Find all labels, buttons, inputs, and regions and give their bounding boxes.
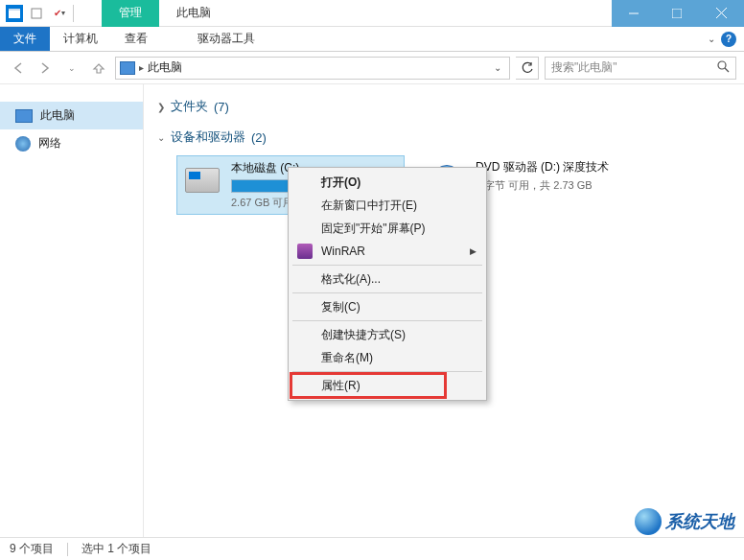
svg-rect-2 [32,9,41,18]
ctx-winrar[interactable]: WinRAR [291,240,484,263]
ctx-copy[interactable]: 复制(C) [291,295,484,318]
navigation-pane: 此电脑 网络 [0,84,144,537]
hdd-icon [183,164,221,197]
pc-icon [15,109,33,123]
search-box[interactable]: 搜索"此电脑" [545,57,736,80]
search-placeholder: 搜索"此电脑" [551,59,717,76]
recent-dropdown[interactable]: ⌄ [61,58,82,79]
maximize-button[interactable] [655,0,698,27]
window-controls [612,0,744,27]
group-label: 文件夹 [171,98,208,115]
ctx-create-shortcut[interactable]: 创建快捷方式(S) [291,323,484,346]
address-bar[interactable]: ▸ 此电脑 ⌄ [115,57,510,80]
navigation-bar: ⌄ ▸ 此电脑 ⌄ 搜索"此电脑" [0,52,744,84]
back-button[interactable] [8,58,29,79]
refresh-button[interactable] [516,57,539,80]
forward-button[interactable] [35,58,56,79]
ctx-separator [292,320,482,321]
watermark: 系统天地 [635,508,734,535]
pc-icon [120,61,135,75]
sidebar-item-this-pc[interactable]: 此电脑 [0,102,143,129]
drive-name: DVD 驱动器 (D:) 深度技术 [476,159,644,175]
ribbon-tabs: 文件 计算机 查看 驱动器工具 ⌄ ? [0,27,744,52]
ctx-separator [292,371,482,372]
qat-check-icon[interactable]: ✔▾ [50,4,69,23]
status-bar: 9 个项目 选中 1 个项目 [0,537,744,560]
ribbon-collapse-icon[interactable]: ⌄ [708,34,715,44]
network-icon [15,136,31,152]
context-menu: 打开(O) 在新窗口中打开(E) 固定到"开始"屏幕(P) WinRAR 格式化… [288,167,487,401]
ctx-label: WinRAR [321,245,365,258]
ctx-properties[interactable]: 属性(R) [291,374,484,397]
group-devices[interactable]: ⌄ 设备和驱动器 (2) [150,125,744,150]
ctx-open-new-window[interactable]: 在新窗口中打开(E) [291,194,484,217]
group-label: 设备和驱动器 [171,128,245,146]
globe-icon [635,508,662,535]
svg-point-7 [718,61,726,69]
help-icon[interactable]: ? [721,32,736,47]
watermark-text: 系统天地 [665,510,734,533]
status-separator [67,543,68,556]
ribbon-tab-view[interactable]: 查看 [111,27,161,51]
sidebar-item-network[interactable]: 网络 [0,129,143,157]
svg-rect-4 [672,9,682,18]
ribbon-file-tab[interactable]: 文件 [0,27,50,51]
ribbon-tab-computer[interactable]: 计算机 [50,27,111,51]
search-icon[interactable] [717,60,730,76]
ctx-pin-start[interactable]: 固定到"开始"屏幕(P) [291,217,484,240]
drive-info: DVD 驱动器 (D:) 深度技术 0 字节 可用，共 2.73 GB [476,159,644,193]
ctx-rename[interactable]: 重命名(M) [291,346,484,369]
svg-line-8 [725,68,729,72]
up-button[interactable] [88,58,109,79]
ctx-separator [292,292,482,293]
svg-rect-0 [9,11,20,18]
sidebar-item-label: 网络 [38,135,61,152]
window-title: 此电脑 [159,0,228,27]
status-item-count: 9 个项目 [10,541,54,557]
context-tab-manage[interactable]: 管理 [102,0,159,27]
address-dropdown-icon[interactable]: ⌄ [490,62,505,73]
ctx-format[interactable]: 格式化(A)... [291,268,484,291]
drive-free-text: 0 字节 可用，共 2.73 GB [476,178,644,193]
group-count: (2) [251,130,267,145]
group-count: (7) [214,100,229,114]
ribbon-right: ⌄ ? [708,27,744,51]
qat-properties-icon[interactable] [27,4,46,23]
status-selected-count: 选中 1 个项目 [81,541,151,557]
collapse-icon[interactable]: ❯ [157,102,165,112]
qat-separator [73,5,92,22]
ctx-separator [292,265,482,266]
winrar-icon [296,243,314,260]
title-tabs: 管理 此电脑 [102,0,228,27]
app-icon[interactable] [6,5,23,22]
ctx-open[interactable]: 打开(O) [291,171,484,194]
close-button[interactable] [698,0,744,27]
breadcrumb-location[interactable]: 此电脑 [148,59,182,76]
title-bar: ✔▾ 管理 此电脑 [0,0,744,27]
group-folders[interactable]: ❯ 文件夹 (7) [150,94,744,119]
breadcrumb-sep-icon: ▸ [139,62,144,73]
expand-icon[interactable]: ⌄ [157,132,165,143]
svg-rect-1 [9,9,20,11]
ribbon-tab-drive-tools[interactable]: 驱动器工具 [184,27,268,51]
qat: ✔▾ [0,4,92,23]
sidebar-item-label: 此电脑 [40,107,75,124]
minimize-button[interactable] [612,0,655,27]
